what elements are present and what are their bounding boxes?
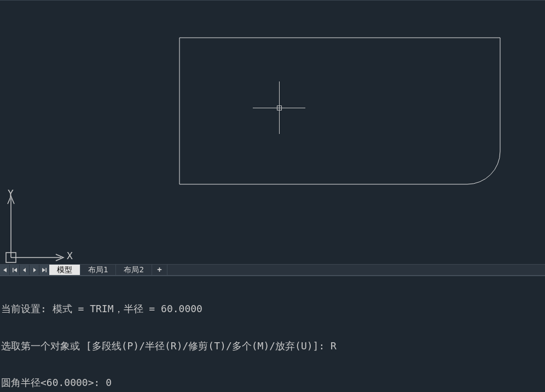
command-history-panel[interactable]: 当前设置: 模式 = TRIM，半径 = 60.0000 选取第一个对象或 [多… xyxy=(0,276,545,392)
drawing-canvas[interactable]: Y X xyxy=(0,0,545,264)
plus-icon: + xyxy=(157,265,161,274)
command-line: 当前设置: 模式 = TRIM，半径 = 60.0000 xyxy=(1,303,544,315)
ucs-y-label: Y xyxy=(8,188,14,199)
tab-label: 布局2 xyxy=(124,265,143,274)
tab-nav-prev-end-button[interactable] xyxy=(10,265,20,275)
tab-nav-prev-button[interactable] xyxy=(20,265,30,275)
tab-nav-next-button[interactable] xyxy=(30,265,39,275)
svg-marker-7 xyxy=(33,268,36,272)
tab-model[interactable]: 模型 xyxy=(49,265,80,275)
svg-marker-6 xyxy=(23,268,26,272)
ucs-x-label: X xyxy=(67,250,73,261)
tab-layout1[interactable]: 布局1 xyxy=(80,265,116,275)
tab-label: 布局1 xyxy=(88,265,108,274)
svg-marker-3 xyxy=(3,268,7,272)
command-line: 圆角半径<60.0000>: 0 xyxy=(1,377,544,389)
tab-add-button[interactable]: + xyxy=(152,265,167,275)
svg-rect-9 xyxy=(45,268,47,272)
svg-rect-4 xyxy=(13,268,14,272)
pickbox-icon xyxy=(277,106,282,110)
tab-label: 模型 xyxy=(57,265,72,274)
tab-layout2[interactable]: 布局2 xyxy=(116,265,152,275)
svg-rect-2 xyxy=(6,253,16,262)
ucs-icon: Y X xyxy=(4,189,76,265)
tab-nav-first-button[interactable] xyxy=(0,265,10,275)
layout-tabstrip: 模型 布局1 布局2 + xyxy=(0,264,545,276)
svg-marker-8 xyxy=(42,268,45,272)
drawing-shape xyxy=(179,38,500,184)
command-line: 选取第一个对象或 [多段线(P)/半径(R)/修剪(T)/多个(M)/放弃(U)… xyxy=(1,340,544,353)
svg-marker-5 xyxy=(14,268,17,272)
tab-nav-next-end-button[interactable] xyxy=(39,265,49,275)
